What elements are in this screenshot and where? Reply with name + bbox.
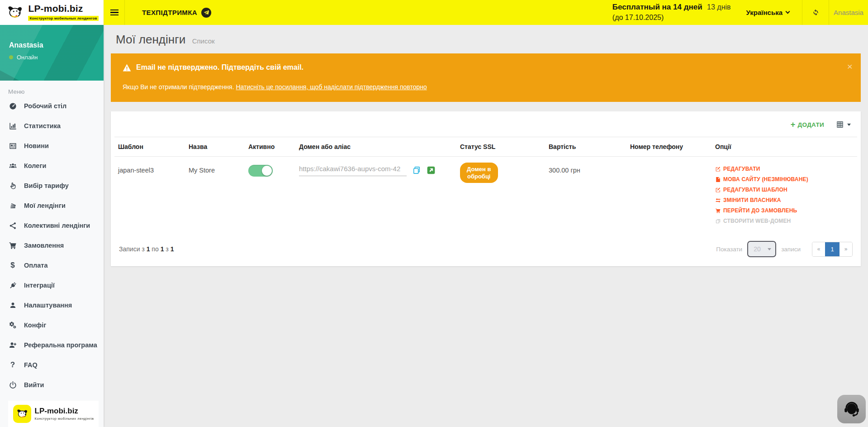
col-header-template: Шаблон bbox=[114, 137, 185, 157]
user-icon bbox=[8, 301, 17, 310]
users-icon bbox=[8, 161, 17, 170]
refresh-button[interactable] bbox=[802, 0, 829, 25]
page-subtitle: Список bbox=[192, 37, 215, 45]
sidebar-item-label: Реферальна програма bbox=[24, 341, 97, 349]
grid-icon bbox=[836, 120, 844, 129]
col-header-options: Опції bbox=[711, 137, 857, 157]
sidebar-item-label: Налаштування bbox=[24, 302, 72, 309]
edit-template-link[interactable]: РЕДАГУВАТИ ШАБЛОН bbox=[715, 187, 854, 193]
news-icon bbox=[8, 141, 17, 150]
sidebar-item-label: Вибір тарифу bbox=[24, 182, 69, 189]
sidebar-item-logout[interactable]: Вийти bbox=[0, 375, 104, 395]
sidebar-item-label: Новини bbox=[24, 142, 49, 149]
power-icon bbox=[8, 380, 17, 389]
close-icon[interactable]: × bbox=[847, 62, 853, 71]
sidebar-item-config[interactable]: Конфіг bbox=[0, 315, 104, 335]
resend-confirmation-link[interactable]: Натисніть це посилання, щоб надіслати пі… bbox=[236, 83, 427, 91]
landings-card: + ДОДАТИ Шаблон Назва Активно Домен або … bbox=[111, 111, 861, 266]
go-to-orders-link[interactable]: ПЕРЕЙТИ ДО ЗАМОВЛЕНЬ bbox=[715, 207, 854, 214]
orders-cart-icon bbox=[715, 208, 721, 214]
edit-landing-link[interactable]: РЕДАГУВАТИ bbox=[715, 166, 854, 172]
table-row: japan-steel3 My Store До bbox=[114, 157, 857, 235]
cell-template: japan-steel3 bbox=[114, 157, 185, 235]
top-header: LP-mobi.biz Конструктор мобильных лендин… bbox=[0, 0, 868, 25]
share-icon bbox=[8, 221, 17, 230]
change-owner-link[interactable]: ЗМІНИТИ ВЛАСНИКА bbox=[715, 197, 854, 203]
cell-name: My Store bbox=[185, 157, 245, 235]
sidebar-item-label: Колективні лендінги bbox=[24, 222, 90, 229]
sidebar-item-label: Оплата bbox=[24, 262, 47, 269]
site-language-link[interactable]: МОВА САЙТУ (НЕЗМІНЮВАНЕ) bbox=[715, 176, 854, 182]
show-label: Показати bbox=[716, 246, 742, 253]
records-info: Записи з 1 по 1 з 1 bbox=[119, 245, 174, 253]
col-header-name: Назва bbox=[185, 137, 245, 157]
app-logo[interactable]: LP-mobi.biz Конструктор мобильных лендин… bbox=[0, 0, 104, 25]
copy-icon bbox=[715, 218, 721, 224]
page-size-select[interactable]: 20 bbox=[747, 241, 776, 257]
sidebar-item-label: Інтеграції bbox=[24, 282, 55, 289]
sidebar-item-label: Конфіг bbox=[24, 321, 46, 329]
edit-icon bbox=[715, 166, 721, 172]
page-title: Мої лендінги bbox=[116, 33, 185, 46]
open-domain-icon[interactable] bbox=[427, 166, 436, 175]
sidebar-item-label: Робочий стіл bbox=[24, 102, 66, 110]
support-chat-widget[interactable] bbox=[837, 395, 866, 423]
sidebar-item-desktop[interactable]: Робочий стіл bbox=[0, 96, 104, 116]
logo-subtitle: Конструктор мобильных лендингов bbox=[28, 16, 98, 21]
copy-domain-icon[interactable] bbox=[412, 166, 421, 175]
col-header-price: Вартість bbox=[545, 137, 626, 157]
dashboard-icon bbox=[8, 101, 17, 110]
sidebar-footer-logo: LP-mobi.biz Конструктор мобільних лендін… bbox=[8, 401, 99, 427]
support-link[interactable]: ТЕХПІДТРИМКА bbox=[142, 8, 211, 18]
sidebar-item-faq[interactable]: ? FAQ bbox=[0, 355, 104, 375]
caret-down-icon bbox=[847, 124, 851, 126]
main-content: Мої лендінги Список Email не підтверджен… bbox=[104, 0, 868, 266]
exchange-icon bbox=[715, 197, 721, 203]
language-selector[interactable]: Українська bbox=[746, 9, 789, 16]
warning-icon bbox=[123, 64, 131, 72]
sidebar-item-orders[interactable]: Замовлення bbox=[0, 235, 104, 255]
add-landing-button[interactable]: + ДОДАТИ bbox=[791, 120, 824, 129]
menu-toggle-button[interactable] bbox=[104, 0, 125, 25]
footer-logo-subtitle: Конструктор мобільних лендінгів bbox=[35, 417, 94, 421]
sidebar-item-referral[interactable]: Реферальна програма bbox=[0, 335, 104, 355]
col-header-phone: Номер телефону bbox=[626, 137, 711, 157]
sidebar-item-integrations[interactable]: Інтеграції bbox=[0, 275, 104, 295]
trial-days-left: 13 днів bbox=[707, 3, 730, 11]
columns-toggle-button[interactable] bbox=[836, 120, 851, 129]
dollar-icon: $ bbox=[8, 261, 17, 270]
sidebar-item-tariff[interactable]: Вибір тарифу bbox=[0, 176, 104, 196]
col-header-domain: Домен або аліас bbox=[295, 137, 456, 157]
sidebar-item-collective-landings[interactable]: Колективні лендінги bbox=[0, 216, 104, 235]
domain-input[interactable] bbox=[299, 164, 407, 176]
chevron-down-icon bbox=[786, 10, 790, 14]
sidebar-item-my-landings[interactable]: Мої лендінги bbox=[0, 196, 104, 216]
trial-info: Бесплатный на 14 дней 13 днів (до 17.10.… bbox=[612, 2, 731, 23]
dog-logo-icon bbox=[5, 5, 25, 20]
sidebar-item-label: Мої лендінги bbox=[24, 202, 66, 209]
pagination-page-1-button[interactable]: 1 bbox=[825, 242, 840, 256]
sidebar-item-colleagues[interactable]: Колеги bbox=[0, 156, 104, 176]
pagination-prev-button[interactable]: « bbox=[812, 242, 825, 256]
plug-icon bbox=[8, 281, 17, 290]
sidebar-item-news[interactable]: Новини bbox=[0, 136, 104, 156]
sidebar-item-statistics[interactable]: Статистика bbox=[0, 116, 104, 136]
trial-plan: Бесплатный на 14 дней bbox=[612, 3, 702, 11]
cell-price: 300.00 грн bbox=[545, 157, 626, 235]
pagination: « 1 » bbox=[812, 242, 853, 257]
hand-pointer-icon bbox=[8, 181, 17, 190]
email-alert-banner: Email не підтверджено. Підтвердіть свій … bbox=[111, 53, 861, 102]
header-username[interactable]: Anastasia bbox=[829, 9, 868, 16]
edit-template-icon bbox=[715, 187, 721, 193]
sidebar-item-settings[interactable]: Налаштування bbox=[0, 295, 104, 315]
caret-down-icon bbox=[768, 248, 771, 250]
pagination-next-button[interactable]: » bbox=[840, 242, 852, 256]
menu-section-label: Меню bbox=[8, 88, 104, 95]
refresh-icon bbox=[811, 8, 820, 17]
sidebar-user-panel: Anastasia Онлайн bbox=[0, 25, 104, 81]
sidebar-item-label: Вийти bbox=[24, 381, 44, 389]
landings-table: Шаблон Назва Активно Домен або аліас Ста… bbox=[114, 137, 857, 235]
sidebar-item-payment[interactable]: $ Оплата bbox=[0, 255, 104, 275]
support-label: ТЕХПІДТРИМКА bbox=[142, 9, 197, 16]
active-toggle[interactable] bbox=[248, 165, 273, 177]
